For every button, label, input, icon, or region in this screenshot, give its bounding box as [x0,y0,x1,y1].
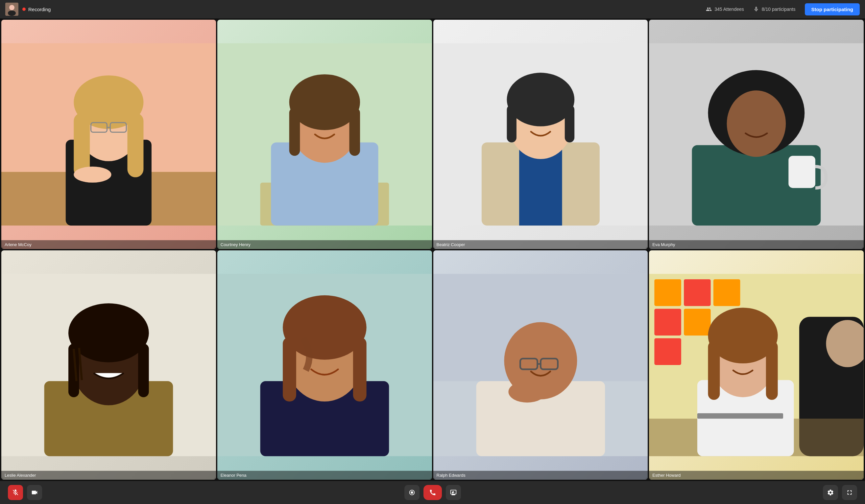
person-icon [706,6,712,12]
name-bar-esther: Esther Howard [649,471,864,480]
participant-name-eva: Eva Murphy [652,242,675,247]
name-bar-courtney: Courtney Henry [217,240,432,249]
header: Recording 345 Attendees 8/10 participant… [0,0,865,19]
svg-rect-59 [684,279,711,306]
recording-label: Recording [28,7,51,12]
participant-video-ralph [433,250,648,480]
svg-rect-33 [789,156,816,188]
record-button[interactable] [404,485,419,500]
end-call-button[interactable] [424,485,442,500]
svg-rect-72 [697,413,783,419]
video-cell-ralph: Ralph Edwards [433,250,648,480]
video-cell-leslie: Leslie Alexander [1,250,216,480]
participant-name-courtney: Courtney Henry [221,242,251,247]
video-cell-courtney: Courtney Henry [217,20,432,249]
svg-rect-61 [655,309,682,336]
video-cell-arlene: Arlene McCoy [1,20,216,249]
svg-point-56 [508,381,546,402]
end-call-icon [429,489,436,496]
attendees-label: 345 Attendees [714,7,744,12]
toolbar-left-group [8,485,42,500]
settings-button[interactable] [823,485,838,500]
svg-rect-39 [138,344,149,397]
svg-rect-19 [289,107,300,156]
mic-button[interactable] [8,485,23,500]
share-screen-button[interactable] [446,485,461,500]
attendees-stat: 345 Attendees [706,6,744,12]
svg-rect-62 [684,309,711,336]
svg-rect-9 [127,113,143,177]
participant-video-esther [649,250,864,480]
participant-name-leslie: Leslie Alexander [4,473,36,478]
stop-participating-button[interactable]: Stop participating [805,3,860,15]
svg-rect-20 [349,107,360,156]
recording-dot [22,8,26,11]
header-right: 345 Attendees 8/10 participants Stop par… [706,3,860,15]
participant-video-leslie [1,250,216,480]
participant-name-ralph: Ralph Edwards [437,473,465,478]
svg-rect-47 [283,337,296,401]
svg-point-2 [8,11,16,16]
svg-rect-63 [655,338,682,365]
record-icon [408,489,416,496]
svg-point-32 [727,90,786,157]
svg-rect-70 [708,341,720,400]
participants-stat: 8/10 participants [753,6,796,12]
participants-label: 8/10 participants [762,7,796,12]
participant-video-beatriz [433,20,648,249]
svg-rect-28 [565,105,574,142]
name-bar-eva: Eva Murphy [649,240,864,249]
video-cell-eleanor: Eleanor Pena [217,250,432,480]
participant-video-courtney [217,20,432,249]
video-grid: Arlene McCoy Courtney Henry [0,19,865,481]
name-bar-ralph: Ralph Edwards [433,471,648,480]
svg-point-26 [507,73,574,126]
svg-rect-27 [507,105,516,142]
fullscreen-icon [846,489,853,496]
svg-point-13 [74,167,111,183]
name-bar-eleanor: Eleanor Pena [217,471,432,480]
mic-off-icon [12,489,19,496]
svg-rect-48 [353,337,367,401]
avatar [5,3,19,16]
video-cell-esther: Esther Howard [649,250,864,480]
svg-rect-60 [713,279,740,306]
name-bar-arlene: Arlene McCoy [1,240,216,249]
fullscreen-button[interactable] [842,485,857,500]
participant-video-eleanor [217,250,432,480]
svg-point-74 [411,491,413,493]
settings-icon [827,489,834,496]
name-bar-leslie: Leslie Alexander [1,471,216,480]
name-bar-beatriz: Beatriz Cooper [433,240,648,249]
toolbar-center-group [404,485,461,500]
svg-rect-71 [766,341,778,400]
participant-name-arlene: Arlene McCoy [4,242,32,247]
participant-name-esther: Esther Howard [652,473,681,478]
share-screen-icon [450,489,457,496]
video-cell-beatriz: Beatriz Cooper [433,20,648,249]
participant-name-eleanor: Eleanor Pena [221,473,246,478]
participant-video-arlene [1,20,216,249]
recording-indicator: Recording [22,7,51,12]
participant-name-beatriz: Beatriz Cooper [437,242,465,247]
mic-icon [753,6,759,12]
camera-button[interactable] [27,485,42,500]
toolbar-right-group [823,485,857,500]
video-cell-eva: Eva Murphy [649,20,864,249]
participant-video-eva [649,20,864,249]
camera-icon [31,489,38,496]
svg-point-1 [9,5,14,10]
toolbar [0,481,865,504]
svg-rect-58 [655,279,682,306]
